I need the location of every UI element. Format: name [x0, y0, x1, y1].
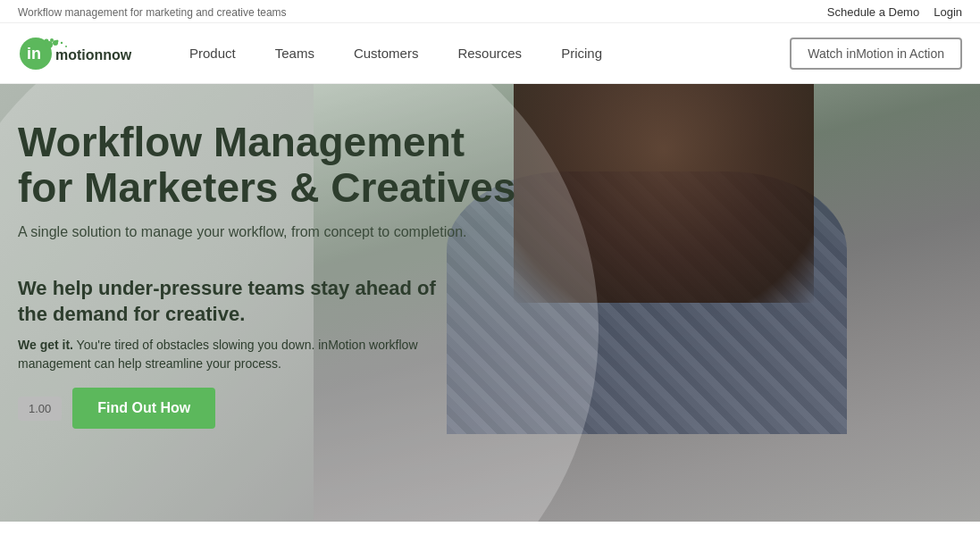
nav-item-teams[interactable]: Teams — [255, 38, 334, 68]
login-link[interactable]: Login — [934, 5, 962, 19]
schedule-demo-link[interactable]: Schedule a Demo — [827, 5, 919, 19]
nav-item-pricing[interactable]: Pricing — [541, 38, 622, 68]
hero-headline-line2: for Marketers & Creatives — [18, 165, 953, 211]
hero-body-bold: We get it. — [18, 338, 73, 352]
version-badge: 1.00 — [18, 397, 62, 421]
hero-body: We get it. You're tired of obstacles slo… — [18, 336, 465, 373]
hero-lower: We help under-pressure teams stay ahead … — [18, 276, 953, 429]
logo-svg: in motionnow — [18, 36, 134, 71]
hero-subline: A single solution to manage your workflo… — [18, 224, 536, 240]
svg-point-6 — [46, 41, 53, 48]
nav-item-customers[interactable]: Customers — [334, 38, 439, 68]
hero-cta-row: 1.00 Find Out How — [18, 388, 953, 429]
hero-section: Workflow Management for Marketers & Crea… — [0, 84, 980, 522]
find-out-how-button[interactable]: Find Out How — [72, 388, 215, 429]
svg-text:motionnow: motionnow — [55, 47, 132, 63]
hero-headline-line1: Workflow Management — [18, 120, 953, 165]
logo[interactable]: in motionnow — [18, 36, 134, 71]
nav-item-resources[interactable]: Resources — [438, 38, 541, 68]
hero-content: Workflow Management for Marketers & Crea… — [0, 84, 980, 522]
top-bar: Workflow management for marketing and cr… — [0, 0, 980, 23]
svg-point-7 — [53, 40, 58, 46]
hero-secondary-headline: We help under-pressure teams stay ahead … — [18, 276, 465, 327]
tagline: Workflow management for marketing and cr… — [18, 6, 287, 19]
hero-body-text: You're tired of obstacles slowing you do… — [18, 338, 418, 371]
hero-headline: Workflow Management for Marketers & Crea… — [18, 120, 953, 224]
svg-text:in: in — [27, 45, 41, 63]
navbar: in motionnow Product Teams Customers Res… — [0, 23, 980, 84]
watch-cta-button[interactable]: Watch inMotion in Action — [790, 38, 962, 70]
nav-item-product[interactable]: Product — [170, 38, 255, 68]
svg-point-4 — [61, 41, 63, 43]
nav-links: Product Teams Customers Resources Pricin… — [170, 38, 962, 70]
top-bar-actions: Schedule a Demo Login — [827, 5, 962, 19]
